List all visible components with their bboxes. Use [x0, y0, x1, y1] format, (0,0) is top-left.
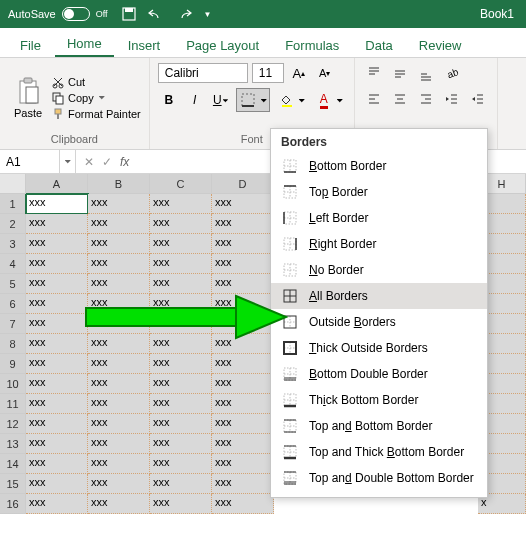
borders-menu-item-outside[interactable]: Outside Borders [271, 309, 487, 335]
row-header[interactable]: 8 [0, 334, 26, 354]
font-color-button[interactable]: A ⏷ [312, 88, 346, 112]
cell[interactable]: xxx [88, 354, 150, 374]
tab-data[interactable]: Data [353, 32, 404, 57]
increase-font-icon[interactable]: A▴ [288, 62, 310, 84]
align-middle-icon[interactable] [389, 62, 411, 84]
cell[interactable]: xxx [88, 194, 150, 214]
row-header[interactable]: 7 [0, 314, 26, 334]
cell[interactable]: xxx [88, 494, 150, 514]
column-header[interactable]: C [150, 174, 212, 194]
cell[interactable]: xxx [26, 454, 88, 474]
column-header[interactable]: A [26, 174, 88, 194]
increase-indent-icon[interactable] [467, 88, 489, 110]
cell[interactable]: xxx [212, 354, 274, 374]
cell[interactable]: xxx [212, 434, 274, 454]
cell[interactable]: xxx [26, 254, 88, 274]
row-header[interactable]: 9 [0, 354, 26, 374]
cell[interactable]: xxx [26, 314, 88, 334]
row-header[interactable]: 15 [0, 474, 26, 494]
cell[interactable]: xxx [26, 294, 88, 314]
borders-menu-item-bottom[interactable]: Bottom Border [271, 153, 487, 179]
row-header[interactable]: 3 [0, 234, 26, 254]
chevron-down-icon[interactable]: ⏷ [335, 89, 345, 111]
cell[interactable]: xxx [26, 234, 88, 254]
cell[interactable]: xxx [88, 334, 150, 354]
row-header[interactable]: 2 [0, 214, 26, 234]
cell[interactable]: xxx [150, 494, 212, 514]
tab-insert[interactable]: Insert [116, 32, 173, 57]
cut-button[interactable]: Cut [52, 76, 141, 88]
cell[interactable]: xxx [212, 234, 274, 254]
select-all-corner[interactable] [0, 174, 26, 194]
cell[interactable]: xxx [26, 274, 88, 294]
tab-formulas[interactable]: Formulas [273, 32, 351, 57]
autosave-toggle[interactable]: AutoSave Off [8, 7, 108, 21]
cell[interactable]: xxx [26, 374, 88, 394]
row-header[interactable]: 14 [0, 454, 26, 474]
cell[interactable]: xxx [212, 454, 274, 474]
cell[interactable]: xxx [212, 494, 274, 514]
borders-menu-item-thick-bottom[interactable]: Thick Bottom Border [271, 387, 487, 413]
cell[interactable]: xxx [212, 414, 274, 434]
align-top-icon[interactable] [363, 62, 385, 84]
format-painter-button[interactable]: Format Painter [52, 108, 141, 120]
row-header[interactable]: 12 [0, 414, 26, 434]
cell[interactable]: xxx [26, 434, 88, 454]
cell[interactable]: xxx [150, 194, 212, 214]
paste-button[interactable]: Paste [8, 62, 48, 133]
cell[interactable]: xxx [212, 314, 274, 334]
cell[interactable]: xxx [150, 294, 212, 314]
cell[interactable]: xxx [88, 214, 150, 234]
cancel-formula-icon[interactable]: ✕ [84, 155, 94, 169]
cell[interactable]: xxx [150, 434, 212, 454]
font-size-select[interactable]: 11 [252, 63, 284, 83]
column-header[interactable]: B [88, 174, 150, 194]
tab-review[interactable]: Review [407, 32, 474, 57]
row-header[interactable]: 11 [0, 394, 26, 414]
row-header[interactable]: 13 [0, 434, 26, 454]
fill-color-button[interactable]: ⏷ [274, 88, 308, 112]
underline-button[interactable]: U ⏷ [210, 89, 232, 111]
cell[interactable]: xxx [150, 234, 212, 254]
italic-button[interactable]: I [184, 89, 206, 111]
save-icon[interactable] [122, 7, 136, 21]
cell[interactable]: xxx [212, 294, 274, 314]
cell[interactable]: xxx [26, 334, 88, 354]
cell[interactable]: xxx [88, 294, 150, 314]
row-header[interactable]: 4 [0, 254, 26, 274]
redo-icon[interactable] [176, 8, 192, 20]
cell[interactable]: xxx [212, 394, 274, 414]
qat-dropdown-icon[interactable]: ▼ [204, 10, 212, 19]
cell[interactable]: xxx [88, 274, 150, 294]
cell[interactable]: xxx [88, 394, 150, 414]
align-left-icon[interactable] [363, 88, 385, 110]
cell[interactable]: xxx [212, 474, 274, 494]
cell[interactable]: xxx [88, 454, 150, 474]
row-header[interactable]: 1 [0, 194, 26, 214]
cell[interactable]: xxx [150, 474, 212, 494]
undo-icon[interactable] [148, 8, 164, 20]
cell[interactable]: xxx [150, 314, 212, 334]
borders-menu-item-thick-outside[interactable]: Thick Outside Borders [271, 335, 487, 361]
align-bottom-icon[interactable] [415, 62, 437, 84]
cell[interactable]: xxx [88, 414, 150, 434]
orientation-icon[interactable]: ab [441, 62, 463, 84]
cell[interactable]: xxx [150, 374, 212, 394]
chevron-down-icon[interactable]: ⏷ [259, 89, 269, 111]
cell[interactable]: xxx [88, 374, 150, 394]
borders-menu-item-top-double-bottom[interactable]: Top and Double Bottom Border [271, 465, 487, 491]
chevron-down-icon[interactable]: ⏷ [297, 89, 307, 111]
borders-menu-item-bottom-double[interactable]: Bottom Double Border [271, 361, 487, 387]
fx-icon[interactable]: fx [120, 155, 129, 169]
cell[interactable]: xxx [212, 274, 274, 294]
cell[interactable]: xxx [212, 374, 274, 394]
cell[interactable]: xxx [212, 334, 274, 354]
decrease-font-icon[interactable]: A▾ [314, 62, 336, 84]
borders-menu-item-top-bottom[interactable]: Top and Bottom Border [271, 413, 487, 439]
tab-home[interactable]: Home [55, 30, 114, 57]
font-name-select[interactable]: Calibri [158, 63, 248, 83]
cell[interactable]: xxx [150, 414, 212, 434]
tab-file[interactable]: File [8, 32, 53, 57]
column-header[interactable]: D [212, 174, 274, 194]
cell[interactable]: xxx [150, 334, 212, 354]
